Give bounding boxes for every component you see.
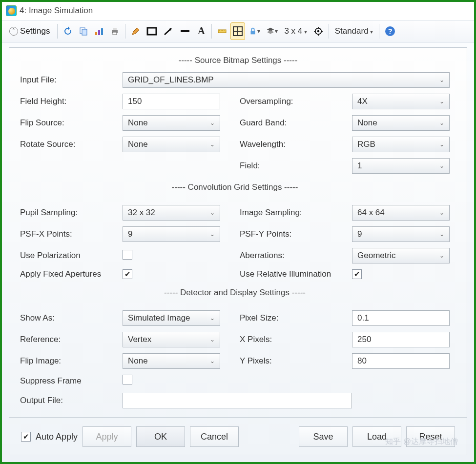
output-file-input[interactable] [123, 393, 352, 408]
print-icon[interactable] [107, 22, 122, 40]
flip-source-select[interactable]: None⌄ [123, 115, 220, 131]
label-apply-fixed-apertures: Apply Fixed Apertures [20, 269, 123, 279]
reference-select[interactable]: Vertex⌄ [123, 332, 220, 347]
label-use-relative-illum: Use Relative Illumination [240, 269, 352, 279]
label-psfy: PSF-Y Points: [240, 229, 352, 239]
save-button[interactable]: Save [299, 426, 348, 447]
pixel-size-input[interactable]: 0.1 [352, 310, 450, 326]
label-auto-apply: Auto Apply [36, 432, 78, 442]
suppress-frame-checkbox[interactable] [123, 375, 132, 384]
titlebar: 4: Image Simulation [2, 2, 474, 20]
label-image-sampling: Image Sampling: [240, 208, 352, 218]
label-output-file: Output File: [20, 396, 123, 405]
use-relative-illum-checkbox[interactable]: ✔ [352, 269, 362, 279]
oversampling-select[interactable]: 4X⌄ [352, 94, 450, 109]
window-layout-icon[interactable] [230, 22, 245, 40]
svg-marker-22 [267, 30, 274, 34]
label-rotate-source: Rotate Source: [20, 140, 123, 149]
ok-button[interactable]: OK [136, 426, 185, 447]
svg-rect-1 [82, 29, 87, 35]
label-input-file: Input File: [20, 75, 123, 85]
label-oversampling: Oversampling: [240, 97, 352, 106]
window-title: 4: Image Simulation [20, 6, 93, 16]
label-pupil-sampling: Pupil Sampling: [20, 208, 123, 218]
wavelength-select[interactable]: RGB⌄ [352, 137, 450, 152]
use-polarization-checkbox[interactable] [123, 250, 132, 260]
field-select[interactable]: 1⌄ [352, 158, 450, 174]
settings-toggle[interactable]: ˄ Settings [5, 22, 54, 40]
svg-rect-20 [251, 31, 255, 34]
auto-apply-checkbox[interactable]: ✔ [21, 432, 31, 442]
field-height-input[interactable]: 150 [123, 94, 220, 109]
x-pixels-input[interactable]: 250 [352, 332, 450, 347]
label-flip-image: Flip Image: [20, 356, 123, 366]
reset-button[interactable]: Reset [406, 426, 455, 447]
label-psfx: PSF-X Points: [20, 229, 123, 239]
svg-rect-4 [101, 28, 103, 35]
settings-panel: ----- Source Bitmap Settings ----- Input… [9, 47, 467, 455]
copy-icon[interactable] [76, 22, 91, 40]
label-suppress-frame: Suppress Frame [20, 376, 123, 386]
image-sampling-select[interactable]: 64 x 64⌄ [352, 205, 450, 221]
app-icon [6, 5, 17, 16]
svg-point-24 [317, 30, 319, 33]
svg-rect-12 [218, 30, 226, 33]
label-reference: Reference: [20, 335, 123, 344]
svg-rect-8 [147, 28, 156, 35]
label-aberrations: Aberrations: [240, 251, 352, 261]
svg-rect-2 [95, 32, 97, 35]
svg-rect-7 [113, 32, 117, 35]
guard-band-select[interactable]: None⌄ [352, 115, 450, 131]
line-tool-icon[interactable] [177, 22, 193, 40]
psfx-select[interactable]: 9⌄ [123, 226, 220, 242]
rotate-source-select[interactable]: None⌄ [123, 137, 220, 152]
label-show-as: Show As: [20, 313, 123, 323]
flip-image-select[interactable]: None⌄ [123, 353, 220, 369]
text-tool-icon[interactable]: A [194, 22, 208, 40]
ruler-icon[interactable] [215, 22, 229, 40]
chart-icon[interactable] [92, 22, 106, 40]
svg-text:?: ? [388, 27, 392, 35]
svg-rect-3 [98, 30, 100, 35]
pencil-icon[interactable] [128, 22, 143, 40]
section-conv: ----- Convolution Grid Settings ----- [20, 180, 450, 199]
apply-fixed-apertures-checkbox[interactable]: ✔ [123, 269, 132, 279]
refresh-icon[interactable] [61, 22, 75, 40]
label-guard-band: Guard Band: [240, 118, 352, 128]
chevron-up-icon: ˄ [9, 27, 18, 36]
input-file-select[interactable]: GRID_OF_LINES.BMP⌄ [123, 72, 450, 88]
grid-size-dropdown[interactable]: 3 x 4 [281, 26, 310, 36]
pupil-sampling-select[interactable]: 32 x 32⌄ [123, 205, 220, 221]
label-field: Field: [240, 161, 352, 171]
y-pixels-input[interactable]: 80 [352, 353, 450, 369]
psfy-select[interactable]: 9⌄ [352, 226, 450, 242]
settings-label: Settings [20, 26, 50, 36]
standard-dropdown[interactable]: Standard [332, 26, 376, 36]
label-field-height: Field Height: [20, 97, 123, 106]
section-source: ----- Source Bitmap Settings ----- [20, 53, 456, 72]
layers-dropdown-icon[interactable] [264, 22, 280, 40]
label-use-polarization: Use Polarization [20, 251, 123, 261]
label-y-pixels: Y Pixels: [240, 356, 352, 366]
apply-button[interactable]: Apply [83, 426, 131, 447]
show-as-select[interactable]: Simulated Image⌄ [123, 310, 220, 326]
label-wavelength: Wavelength: [240, 140, 352, 149]
label-x-pixels: X Pixels: [240, 335, 352, 344]
label-flip-source: Flip Source: [20, 118, 123, 128]
cancel-button[interactable]: Cancel [190, 426, 239, 447]
help-icon[interactable]: ? [382, 22, 398, 40]
rectangle-tool-icon[interactable] [144, 22, 160, 40]
label-pixel-size: Pixel Size: [240, 313, 352, 323]
target-icon[interactable] [311, 22, 326, 40]
svg-rect-6 [113, 28, 117, 30]
aberrations-select[interactable]: Geometric⌄ [352, 248, 450, 263]
toolbar: ˄ Settings A [2, 20, 474, 42]
arrow-tool-icon[interactable] [161, 22, 176, 40]
section-detector: ----- Detector and Display Settings ----… [20, 285, 450, 304]
lock-dropdown-icon[interactable] [246, 22, 263, 40]
load-button[interactable]: Load [352, 426, 401, 447]
